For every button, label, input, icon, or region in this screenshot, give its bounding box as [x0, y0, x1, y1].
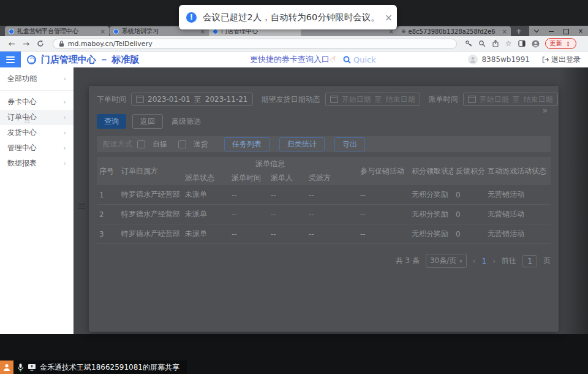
cell-person: --	[268, 224, 306, 244]
search-button[interactable]: 查询	[97, 114, 126, 129]
cell-person: --	[268, 205, 306, 224]
coupon-query-link[interactable]: 更快捷的券卡查询入口	[250, 54, 330, 65]
logout-icon	[542, 56, 549, 63]
filter-label: 期望发货日期动态	[262, 94, 320, 105]
quick-label: Quick	[353, 55, 376, 64]
zoom-icon[interactable]	[478, 40, 486, 47]
forward-icon[interactable]: →	[23, 39, 29, 48]
order-date-range-input[interactable]: 2023-01-01 至 2023-11-21	[131, 93, 253, 106]
divider	[0, 90, 74, 91]
orders-table: 序号 订单归属方 派单信息 参与促销活动 积分领取状态 反馈积分 互动游戏活动状…	[97, 157, 551, 244]
back-icon[interactable]: ←	[9, 39, 15, 48]
dispatch-date-range-input[interactable]: 开始日期 至 结束日期	[463, 93, 558, 106]
cell-feedback: 0	[453, 185, 485, 205]
date-separator: 至	[375, 94, 382, 105]
current-page[interactable]: 1	[482, 257, 487, 265]
cell-promo: --	[358, 205, 409, 224]
toast-message: 会议已超过2人，自动转为60分钟限时会议。	[203, 12, 380, 23]
address-bar[interactable]: md.maboy.cn/TelDelivery	[53, 39, 457, 49]
bookmark-star-icon[interactable]: ☆	[505, 39, 512, 48]
close-window-button[interactable]: ×	[573, 26, 588, 36]
col-header-dispatch-status: 派单状态	[183, 171, 229, 185]
delivery-checkbox[interactable]	[178, 140, 186, 148]
date-end-placeholder: 结束日期	[524, 94, 553, 105]
collapse-panel-icon[interactable]: »	[542, 105, 546, 115]
calendar-icon	[468, 96, 476, 103]
browser-tab-5[interactable]: ⊕ e8c573980b1328a258fd2e6 ×	[398, 26, 511, 36]
chrome-update-badge[interactable]: 更新 ⋮	[545, 38, 576, 49]
chevron-right-icon: ›	[64, 159, 66, 167]
export-button[interactable]: 导出	[334, 137, 365, 151]
prev-page-button[interactable]: ‹	[473, 257, 476, 265]
jump-label: 前往	[502, 256, 516, 266]
col-header-dispatch-time: 派单时间	[229, 171, 268, 185]
share-icon[interactable]	[492, 40, 499, 47]
update-label: 更新	[550, 39, 562, 48]
app-logo	[27, 55, 36, 64]
quick-search[interactable]: Quick	[343, 55, 376, 64]
advanced-filter-link[interactable]: 高级筛选	[172, 116, 201, 127]
table-row[interactable]: 3 特罗德水产经营部 未派单 -- -- -- -- 无积分奖励 0 无营销活动	[97, 224, 551, 244]
mouse-cursor-icon: ☝	[24, 115, 30, 125]
expected-ship-date-range-input[interactable]: 开始日期 至 结束日期	[325, 93, 420, 106]
screen-share-icon[interactable]	[28, 364, 36, 371]
sidebar-item-shipping-center[interactable]: 发货中心 ›	[0, 125, 74, 140]
sidebar-item-label: 发货中心	[7, 128, 37, 138]
menu-dots-icon[interactable]: ⋮	[565, 40, 571, 47]
browser-tab-1[interactable]: 礼盒营销平台管理中心 ×	[5, 26, 109, 36]
password-key-icon[interactable]	[465, 40, 472, 47]
screen-share-bar: 金禾通技术王斌18662591081的屏幕共享	[0, 361, 187, 374]
tab-search-icon[interactable]	[529, 26, 544, 36]
order-dispatch-panel: » 下单时间 2023-01-01 至 2023-11-21 期望发货日期动态 …	[89, 86, 559, 332]
sidebar-item-coupon-center[interactable]: 券卡中心 ›	[0, 94, 74, 110]
page-size-select[interactable]: 30条/页 ▾	[426, 254, 467, 268]
cell-time: --	[229, 205, 268, 224]
tab-close-icon[interactable]: ×	[100, 28, 105, 35]
col-header-dispatcher: 派单人	[268, 171, 306, 185]
calendar-icon	[330, 96, 338, 103]
side-panel-icon[interactable]	[518, 40, 526, 47]
site-favicon	[9, 29, 14, 34]
action-buttons-row: 查询 返回 高级筛选	[97, 114, 551, 129]
toast-close-icon[interactable]: ×	[380, 12, 393, 23]
microphone-icon[interactable]	[17, 363, 24, 372]
chevron-right-icon: ›	[64, 113, 66, 121]
tab-close-icon[interactable]: ×	[502, 28, 507, 35]
col-header-owner: 订单归属方	[119, 157, 183, 185]
cell-game: 无营销活动	[485, 224, 551, 244]
category-stats-button[interactable]: 归类统计	[279, 137, 325, 151]
sidebar-item-data-reports[interactable]: 数据报表 ›	[0, 156, 74, 171]
sidebar-item-order-center[interactable]: 订单中心 ›	[0, 110, 74, 125]
col-header-assignee: 受派方	[306, 171, 358, 185]
delivery-method-label: 配送方式	[103, 139, 132, 150]
logout-button[interactable]: 退出登录	[542, 55, 581, 65]
date-separator: 至	[513, 94, 520, 105]
sidebar-item-label: 订单中心	[7, 112, 37, 123]
sidebar-item-all-functions[interactable]: 全部功能 ›	[0, 71, 74, 86]
table-row[interactable]: 1 特罗德水产经营部 未派单 -- -- -- -- 无积分奖励 0 无营销活动	[97, 185, 551, 205]
jump-page-input[interactable]: 1	[522, 255, 537, 267]
self-pickup-checkbox[interactable]	[137, 140, 145, 148]
table-row[interactable]: 2 特罗德水产经营部 未派单 -- -- -- -- 无积分奖励 0 无营销活动	[97, 205, 551, 224]
drawer-handle-icon[interactable]	[78, 202, 85, 210]
task-list-button[interactable]: 任务列表	[224, 137, 270, 151]
hamburger-menu-button[interactable]	[0, 52, 21, 67]
cell-assignee: --	[306, 224, 358, 244]
date-start-placeholder: 开始日期	[480, 94, 509, 105]
col-header-game: 互动游戏活动状态	[485, 157, 551, 185]
next-page-button[interactable]: ›	[492, 257, 496, 265]
user-avatar[interactable]	[468, 55, 478, 64]
sidebar-item-label: 数据报表	[7, 158, 37, 169]
back-button[interactable]: 返回	[132, 114, 163, 129]
site-favicon	[113, 29, 119, 34]
new-tab-button[interactable]: +	[511, 26, 527, 36]
window-controls: ×	[529, 26, 588, 36]
modal-overlay: » 下单时间 2023-01-01 至 2023-11-21 期望发货日期动态 …	[74, 67, 588, 334]
sidebar-item-management-center[interactable]: 管理中心 ›	[0, 140, 74, 156]
minimize-button[interactable]	[544, 26, 559, 36]
maximize-button[interactable]	[559, 26, 573, 36]
page-size-value: 30条/页	[430, 256, 456, 266]
profile-avatar-icon[interactable]	[532, 40, 540, 48]
reload-icon[interactable]	[37, 40, 44, 47]
chevron-right-icon: ›	[64, 75, 66, 83]
